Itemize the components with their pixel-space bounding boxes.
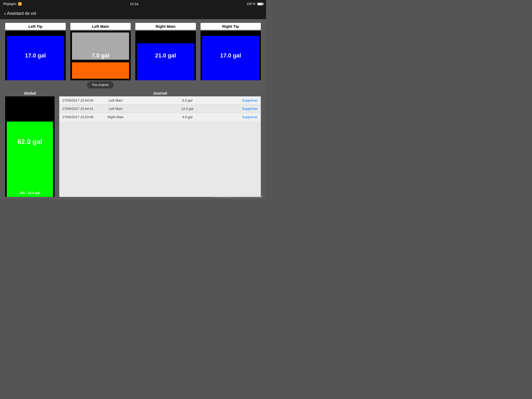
wifi-icon: 📶: [18, 2, 22, 6]
bottom-row: Global 62.0 gal JPI : 22.0 gal Journal 2…: [5, 91, 261, 197]
status-bar: Réglages 📶 15:54 100 %: [0, 0, 266, 8]
right-main-box: 21.0 gal: [135, 31, 196, 80]
nav-bar: ‹ Assistant de vol: [0, 8, 266, 19]
journal-table: 27/09/2017 15:54:04 Left Main 6.0 gal Su…: [59, 96, 261, 197]
left-main-value: 7.0 gal: [70, 52, 131, 59]
journal-amount-0: 6.0 gal: [132, 98, 242, 102]
footer-credit: Avec la participation de Nicola Priolett…: [213, 195, 262, 198]
right-tip-value: 17.0 gal: [201, 52, 261, 59]
journal-delete-2[interactable]: Supprimer: [242, 115, 258, 119]
status-left: Réglages 📶: [3, 2, 22, 6]
right-main-fill: [137, 43, 194, 81]
gauges-row: Left Tip 17.0 gal Left Main 7.0 gal Pas …: [5, 23, 261, 88]
global-fill: [7, 122, 53, 197]
chevron-left-icon: ‹: [4, 10, 6, 16]
alert-button[interactable]: Pas d'alerte: [87, 82, 114, 88]
status-right: 100 %: [247, 2, 263, 6]
left-tip-gauge: Left Tip 17.0 gal: [5, 23, 66, 88]
right-tip-gauge: Right Tip 17.0 gal: [201, 23, 261, 88]
right-main-gauge: Right Main 21.0 gal: [135, 23, 196, 88]
left-main-label: Left Main: [70, 23, 131, 30]
left-tip-label: Left Tip: [5, 23, 66, 30]
journal-date-2: 27/09/2017 15:53:48: [62, 115, 99, 119]
journal-amount-1: 12.0 gal: [132, 107, 242, 111]
right-tip-box: 17.0 gal: [201, 31, 261, 80]
journal-label: Journal: [59, 91, 261, 95]
right-main-label: Right Main: [135, 23, 196, 30]
left-tip-value: 17.0 gal: [5, 52, 66, 59]
journal-delete-0[interactable]: Supprimer: [242, 98, 258, 102]
journal-tank-1: Left Main: [99, 107, 132, 111]
global-label: Global: [24, 91, 36, 95]
right-tip-label: Right Tip: [201, 23, 261, 30]
left-main-gauge: Left Main 7.0 gal Pas d'alerte: [70, 23, 131, 88]
journal-date-1: 27/09/2017 15:54:01: [62, 107, 99, 111]
clock: 15:54: [130, 2, 138, 6]
global-box: 62.0 gal JPI : 22.0 gal: [5, 96, 55, 197]
global-value: 62.0 gal: [5, 138, 55, 146]
battery-pct: 100 %: [247, 2, 255, 6]
main-content: Left Tip 17.0 gal Left Main 7.0 gal Pas …: [0, 19, 266, 200]
réglages-label: Réglages: [3, 2, 16, 6]
journal-section: Journal 27/09/2017 15:54:04 Left Main 6.…: [59, 91, 261, 197]
right-main-value: 21.0 gal: [135, 52, 196, 59]
journal-row: 27/09/2017 15:54:01 Left Main 12.0 gal S…: [59, 105, 261, 113]
global-section: Global 62.0 gal JPI : 22.0 gal: [5, 91, 55, 197]
back-button[interactable]: ‹ Assistant de vol: [4, 10, 36, 16]
global-jpi: JPI : 22.0 gal: [5, 191, 55, 195]
journal-row: 27/09/2017 15:53:48 Right Main 4.0 gal S…: [59, 113, 261, 121]
journal-row: 27/09/2017 15:54:04 Left Main 6.0 gal Su…: [59, 96, 261, 105]
left-main-box: 7.0 gal: [70, 31, 131, 80]
journal-tank-2: Right Main: [99, 115, 132, 119]
nav-title: Assistant de vol: [7, 11, 36, 16]
journal-tank-0: Left Main: [99, 98, 132, 102]
journal-amount-2: 4.0 gal: [132, 115, 242, 119]
journal-delete-1[interactable]: Supprimer: [242, 107, 258, 111]
left-main-fill-orange: [72, 62, 129, 79]
journal-date-0: 27/09/2017 15:54:04: [62, 98, 99, 102]
battery-icon: [257, 3, 263, 5]
left-tip-box: 17.0 gal: [5, 31, 66, 80]
